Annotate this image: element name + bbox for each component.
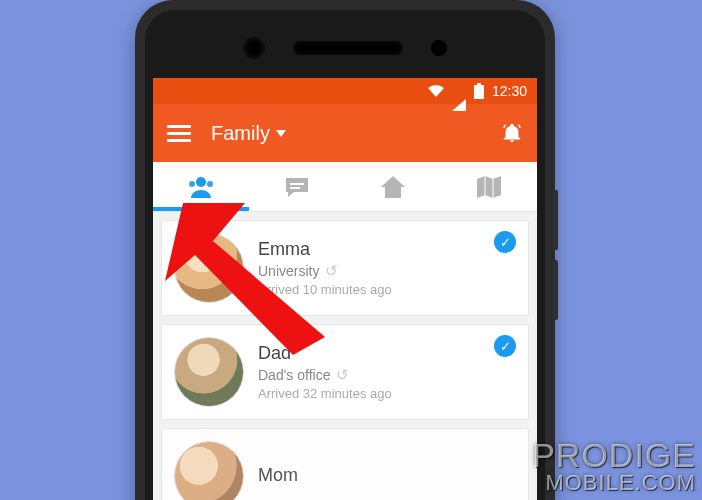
app-bar: Family [153,104,537,162]
member-list: Emma University ↺ Arrived 10 minutes ago… [153,212,537,500]
proximity-sensor [243,37,265,59]
member-arrived: Arrived 32 minutes ago [258,386,516,401]
member-info: Emma University ↺ Arrived 10 minutes ago [258,239,516,297]
svg-point-2 [196,177,206,187]
signal-icon [452,83,466,99]
avatar [174,233,244,303]
member-info: Mom [258,465,516,488]
earpiece-speaker [293,41,403,55]
notifications-button[interactable] [501,122,523,144]
wifi-icon [428,85,444,97]
volume-down-button[interactable] [553,260,558,320]
svg-rect-0 [477,83,481,85]
svg-rect-6 [290,187,300,189]
circle-selector[interactable]: Family [211,122,481,145]
svg-rect-5 [290,183,304,185]
volume-up-button[interactable] [553,190,558,250]
menu-button[interactable] [167,125,191,142]
tab-map[interactable] [441,162,537,211]
member-card[interactable]: Dad Dad's office ↺ Arrived 32 minutes ag… [161,324,529,420]
member-location: Dad's office ↺ [258,366,516,384]
circle-name: Family [211,122,270,145]
screen: 12:30 Family [153,78,537,500]
location-stale-icon: ↺ [325,262,338,280]
svg-rect-1 [474,85,484,99]
phone-frame: 12:30 Family [135,0,555,500]
tab-home[interactable] [345,162,441,211]
member-card[interactable]: Mom [161,428,529,500]
svg-point-3 [189,181,195,187]
member-name: Emma [258,239,516,260]
location-stale-icon: ↺ [336,366,349,384]
avatar [174,337,244,407]
clock: 12:30 [492,83,527,99]
member-arrived: Arrived 10 minutes ago [258,282,516,297]
battery-icon [474,83,484,99]
member-card[interactable]: Emma University ↺ Arrived 10 minutes ago… [161,220,529,316]
checked-in-badge: ✓ [494,335,516,357]
chevron-down-icon [276,130,286,137]
status-bar: 12:30 [153,78,537,104]
svg-point-4 [207,181,213,187]
member-name: Dad [258,343,516,364]
avatar [174,441,244,500]
phone-bezel: 12:30 Family [145,10,545,500]
front-camera [431,40,447,56]
member-info: Dad Dad's office ↺ Arrived 32 minutes ag… [258,343,516,401]
watermark: PRODIGE MOBILE.COM [532,438,696,494]
checked-in-badge: ✓ [494,231,516,253]
tab-messages[interactable] [249,162,345,211]
tab-bar [153,162,537,212]
member-name: Mom [258,465,516,486]
member-location: University ↺ [258,262,516,280]
tab-people[interactable] [153,162,249,211]
phone-top-hardware [153,18,537,78]
